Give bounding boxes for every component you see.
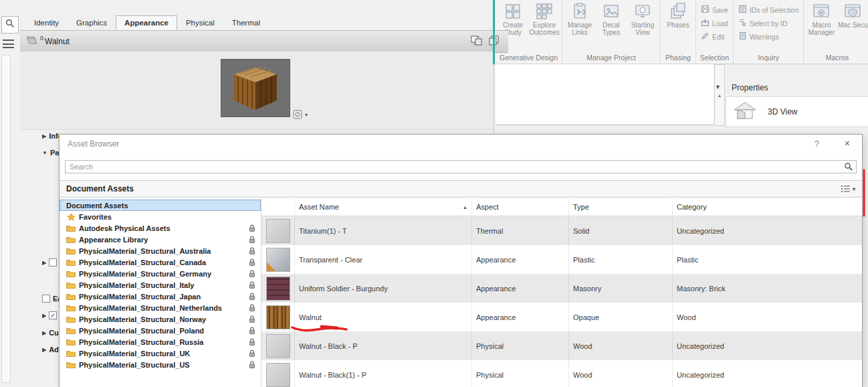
ribbon-button-manage-links[interactable]: Manage Links	[564, 1, 595, 54]
star-icon	[66, 213, 76, 221]
view-options-button[interactable]: ▾	[841, 185, 855, 193]
filter-icon[interactable]: ▼	[715, 84, 721, 90]
section-checkbox[interactable]	[49, 258, 57, 266]
tree-item-physicalmaterial-structural-russia[interactable]: PhysicalMaterial_Structural_Russia	[60, 336, 261, 347]
cell-category: Wood	[673, 303, 862, 331]
cell-aspect: Appearance	[472, 274, 569, 303]
tree-item-label: Appearance Library	[79, 236, 148, 244]
tab-graphics[interactable]: Graphics	[68, 15, 116, 30]
lock-icon	[249, 224, 255, 232]
table-row-transparent-clear[interactable]: Transparent - ClearAppearancePlasticPlas…	[261, 245, 862, 274]
ribbon-group-phasing: PhasesPhasing	[661, 0, 696, 64]
tree-item-label: PhysicalMaterial_Structural_Poland	[79, 327, 204, 335]
table-row-walnut-black-p[interactable]: Walnut - Black - PPhysicalWoodUncategori…	[261, 331, 862, 360]
select-by-id-icon	[738, 18, 747, 28]
ribbon-groups: Create StudyExplore OutcomesGenerative D…	[496, 0, 868, 64]
load-icon	[701, 18, 710, 28]
dropdown-arrow-icon: ▾	[305, 112, 308, 118]
tree-item-physicalmaterial-structural-germany[interactable]: PhysicalMaterial_Structural_Germany	[60, 268, 261, 279]
material-swatch-icon	[25, 35, 39, 48]
tree-item-physicalmaterial-structural-us[interactable]: PhysicalMaterial_Structural_US	[60, 359, 261, 370]
tree-item-physicalmaterial-structural-italy[interactable]: PhysicalMaterial_Structural_Italy	[60, 279, 261, 291]
house-icon	[733, 101, 757, 123]
menu-icon[interactable]	[3, 40, 14, 48]
search-icon[interactable]	[844, 162, 853, 174]
column-header-type[interactable]: Type	[569, 198, 673, 216]
cell-name: Titanium(1) - T	[295, 216, 472, 245]
view-selector[interactable]: 3D View	[726, 96, 868, 127]
tree-item-physicalmaterial-structural-norway[interactable]: PhysicalMaterial_Structural_Norway	[60, 313, 261, 325]
folder-icon	[66, 361, 76, 368]
asset-thumbnail	[266, 363, 290, 387]
dialog-body: Document AssetsFavoritesAutodesk Physica…	[60, 198, 862, 387]
tab-thermal[interactable]: Thermal	[223, 15, 269, 30]
tree-item-physicalmaterial-structural-australia[interactable]: PhysicalMaterial_Structural_Australia	[60, 245, 261, 256]
folder-icon	[66, 338, 76, 345]
ribbon-group-selection: SaveLoadEditSelection	[696, 0, 734, 64]
ribbon-item-edit[interactable]: Edit	[701, 31, 728, 42]
ribbon-button-explore-outcomes[interactable]: Explore Outcomes	[529, 1, 560, 54]
section-checkbox[interactable]	[42, 295, 50, 303]
lock-icon	[249, 361, 255, 369]
tree-item-physicalmaterial-structural-japan[interactable]: PhysicalMaterial_Structural_Japan	[60, 291, 261, 302]
table-row-titanium-1-t[interactable]: Titanium(1) - TThermalSolidUncategorized	[261, 216, 862, 245]
collapsed-arrow-icon: ▶	[42, 330, 46, 336]
canvas-scrollbar[interactable]: ▲	[714, 64, 725, 126]
column-header-aspect[interactable]: Aspect	[472, 198, 569, 216]
dialog-titlebar[interactable]: Asset Browser ? ×	[60, 135, 862, 153]
tab-identity[interactable]: Identity	[25, 15, 68, 30]
tree-item-physicalmaterial-structural-poland[interactable]: PhysicalMaterial_Structural_Poland	[60, 325, 261, 336]
ribbon-item-select-by-id[interactable]: Select by ID	[738, 18, 799, 28]
tab-appearance[interactable]: Appearance	[116, 15, 177, 30]
material-preview-image	[221, 59, 290, 117]
ribbon-button-phases[interactable]: Phases	[663, 1, 693, 54]
macro-manager-icon	[812, 3, 830, 20]
asset-thumbnail	[266, 219, 290, 243]
material-header: 0 Walnut	[20, 30, 508, 53]
tree-item-physicalmaterial-structural-uk[interactable]: PhysicalMaterial_Structural_UK	[60, 347, 261, 359]
row-thumbnail-cell	[261, 216, 295, 245]
tree-item-autodesk-physical-assets[interactable]: Autodesk Physical Assets	[60, 222, 261, 234]
folder-icon	[66, 350, 76, 357]
asset-table: Asset Name▲AspectTypeCategory Titanium(1…	[261, 198, 862, 387]
starting-view-icon	[634, 3, 651, 20]
ribbon-button-decal-types[interactable]: Decal Types	[596, 1, 627, 54]
ribbon-group-label: Selection	[698, 54, 731, 64]
material-name: Walnut	[45, 37, 70, 46]
table-row-uniform-soldier-burgundy[interactable]: Uniform Soldier - BurgundyAppearanceMaso…	[261, 274, 862, 303]
help-button[interactable]: ?	[815, 139, 819, 149]
tree-item-label: PhysicalMaterial_Structural_Netherlands	[79, 304, 222, 312]
ribbon-item-load[interactable]: Load	[701, 18, 728, 28]
table-row-walnut-black-1-p[interactable]: Walnut - Black(1) - PPhysicalWoodUncateg…	[261, 360, 862, 387]
cell-type: Wood	[569, 331, 673, 360]
section-checkbox[interactable]: ✓	[49, 311, 57, 319]
column-header-category[interactable]: Category	[673, 198, 862, 216]
search-input[interactable]	[65, 160, 857, 173]
folder-icon	[66, 258, 76, 266]
lock-icon	[249, 270, 255, 278]
column-header-asset-name[interactable]: Asset Name▲	[295, 198, 472, 216]
ribbon-item-save[interactable]: Save	[701, 5, 728, 15]
table-row-walnut[interactable]: WalnutAppearanceOpaqueWood	[261, 303, 862, 331]
tree-item-appearance-library[interactable]: Appearance Library	[60, 234, 261, 245]
ribbon-group-label: Manage Project	[564, 54, 658, 64]
replace-asset-button[interactable]	[471, 35, 482, 48]
table-body: Titanium(1) - TThermalSolidUncategorized…	[261, 216, 862, 387]
ribbon-button-macro-manager[interactable]: Macro Manager	[806, 1, 837, 54]
row-thumbnail-cell	[261, 331, 295, 360]
ribbon-item-ids-of-selection[interactable]: IDs of Selection	[738, 5, 799, 15]
ribbon-button-starting-view[interactable]: Starting View	[627, 1, 658, 54]
preview-scene-dropdown[interactable]: ▾	[293, 110, 308, 119]
close-button[interactable]: ×	[845, 138, 850, 149]
tree-item-physicalmaterial-structural-netherlands[interactable]: PhysicalMaterial_Structural_Netherlands	[60, 302, 261, 313]
ribbon-item-warnings[interactable]: Warnings	[738, 31, 799, 42]
search-tool-button[interactable]	[1, 16, 19, 33]
left-scrollbar[interactable]	[1, 55, 11, 383]
tree-item-favorites[interactable]: Favorites	[60, 211, 261, 222]
tab-physical[interactable]: Physical	[177, 15, 223, 30]
tree-item-document-assets[interactable]: Document Assets	[60, 200, 261, 211]
tree-item-physicalmaterial-structural-canada[interactable]: PhysicalMaterial_Structural_Canada	[60, 256, 261, 268]
cell-aspect: Thermal	[472, 216, 569, 245]
ribbon-button-mac-secu[interactable]: Mac Secu	[837, 1, 868, 54]
cell-name: Walnut - Black - P	[295, 331, 472, 360]
